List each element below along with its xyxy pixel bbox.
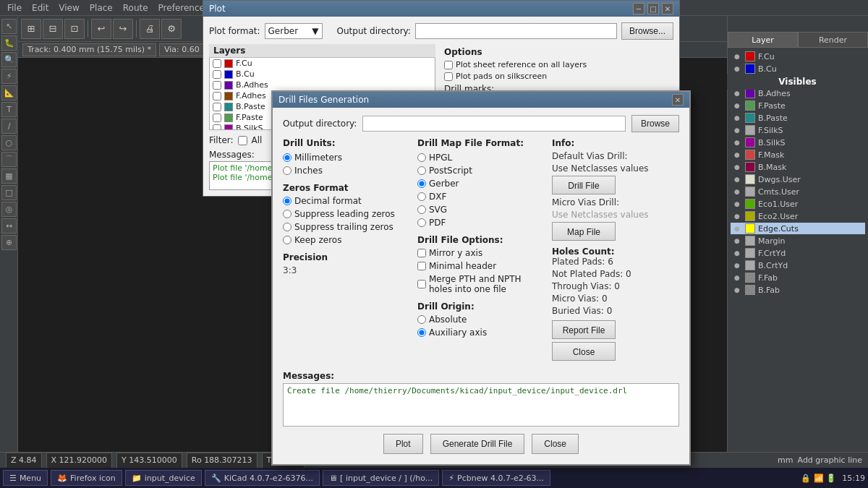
drill-unit-mm-radio[interactable] bbox=[283, 153, 292, 162]
toolbar-btn-3[interactable]: ⊡ bbox=[64, 19, 85, 39]
sidebar-route-icon[interactable]: 🐛 bbox=[1, 35, 17, 51]
layer-fadhes-check[interactable] bbox=[213, 92, 221, 100]
sidebar-net-icon[interactable]: ⚡ bbox=[1, 69, 17, 84]
generate-drill-file-button[interactable]: Generate Drill File bbox=[430, 434, 525, 454]
menu-file[interactable]: File bbox=[3, 1, 26, 14]
sidebar-inspect-icon[interactable]: 🔍 bbox=[1, 52, 17, 67]
drill-plot-button[interactable]: Plot bbox=[383, 434, 423, 454]
sidebar-cursor-icon[interactable]: ↖ bbox=[1, 19, 17, 34]
toolbar-undo[interactable]: ↩ bbox=[91, 19, 111, 39]
right-layer-ffab[interactable]: ● F.Fab bbox=[731, 272, 865, 283]
map-dxf-radio[interactable] bbox=[417, 192, 426, 201]
report-file-button[interactable]: Report File bbox=[552, 320, 616, 339]
drill-minimal-header-check[interactable] bbox=[417, 262, 426, 270]
minimize-button[interactable]: − bbox=[633, 3, 644, 14]
sidebar-line-icon[interactable]: / bbox=[1, 119, 17, 134]
map-gerber-radio[interactable] bbox=[417, 179, 426, 188]
toolbar-settings[interactable]: ⚙ bbox=[161, 19, 182, 39]
tab-render[interactable]: Render bbox=[798, 32, 868, 48]
right-layer-dwgs[interactable]: ● Dwgs.User bbox=[731, 174, 865, 185]
layer-fcu[interactable]: F.Cu bbox=[210, 58, 435, 69]
right-layer-bmask[interactable]: ● B.Mask bbox=[731, 161, 865, 173]
drill-dialog-close-button[interactable]: Close bbox=[552, 342, 616, 361]
taskbar-input-device[interactable]: 📁 input_device bbox=[125, 470, 202, 486]
zeros-suppress-trailing-radio[interactable] bbox=[283, 223, 292, 231]
map-pdf-radio[interactable] bbox=[417, 218, 426, 227]
map-file-button[interactable]: Map File bbox=[552, 222, 616, 241]
track-label[interactable]: Track: 0.400 mm (15.75 mils) * bbox=[22, 43, 156, 56]
map-svg-radio[interactable] bbox=[417, 205, 426, 214]
right-layer-edgecuts[interactable]: ● Edge.Cuts bbox=[731, 223, 865, 234]
layer-bsilks-check[interactable] bbox=[213, 124, 221, 131]
menu-edit[interactable]: Edit bbox=[27, 1, 53, 14]
right-layer-eco1[interactable]: ● Eco1.User bbox=[731, 198, 865, 210]
layer-fpaste-check[interactable] bbox=[213, 114, 221, 122]
right-layer-cmts[interactable]: ● Cmts.User bbox=[731, 186, 865, 197]
taskbar-pcbnew[interactable]: ⚡ Pcbnew 4.0.7-e2-63... bbox=[442, 470, 550, 486]
filter-all-check[interactable] bbox=[238, 136, 247, 145]
menu-place[interactable]: Place bbox=[85, 1, 117, 14]
right-layer-bcrtyd[interactable]: ● B.CrtYd bbox=[731, 260, 865, 271]
toolbar-btn-2[interactable]: ⊟ bbox=[43, 19, 63, 39]
menu-route[interactable]: Route bbox=[119, 1, 153, 14]
tab-layer[interactable]: Layer bbox=[728, 32, 798, 48]
output-dir-input[interactable] bbox=[415, 23, 617, 39]
right-layer-fcrtyd[interactable]: ● F.CrtYd bbox=[731, 247, 865, 259]
sidebar-zone-icon[interactable]: □ bbox=[1, 185, 17, 200]
taskbar-firefox[interactable]: 🦊 Firefox icon bbox=[51, 470, 122, 486]
sidebar-via-icon[interactable]: ◎ bbox=[1, 202, 17, 217]
format-select[interactable]: Gerber ▼ bbox=[265, 23, 323, 39]
drill-browse-button[interactable]: Browse bbox=[631, 115, 679, 132]
map-hpgl-radio[interactable] bbox=[417, 153, 426, 162]
zeros-suppress-leading-radio[interactable] bbox=[283, 210, 292, 218]
drill-unit-inch-radio[interactable] bbox=[283, 166, 292, 175]
taskbar-kicad[interactable]: 🔧 KiCad 4.0.7-e2-6376... bbox=[205, 470, 320, 486]
sidebar-arc-icon[interactable]: ⌒ bbox=[1, 152, 17, 167]
menu-view[interactable]: View bbox=[54, 1, 83, 14]
right-layer-eco2[interactable]: ● Eco2.User bbox=[731, 210, 865, 222]
layer-badhes-check[interactable] bbox=[213, 81, 221, 90]
sidebar-rule-icon[interactable]: 📐 bbox=[1, 85, 17, 100]
drill-merge-pth-check[interactable] bbox=[417, 280, 426, 288]
right-layer-bpaste[interactable]: ● B.Paste bbox=[731, 112, 865, 124]
close-button[interactable]: ✕ bbox=[662, 3, 673, 14]
sidebar-dimension-icon[interactable]: ↔ bbox=[1, 218, 17, 234]
zeros-decimal-radio[interactable] bbox=[283, 197, 292, 205]
right-layer-margin[interactable]: ● Margin bbox=[731, 235, 865, 247]
origin-auxiliary-radio[interactable] bbox=[417, 328, 426, 337]
right-layer-fmask[interactable]: ● F.Mask bbox=[731, 149, 865, 160]
layer-bcu[interactable]: B.Cu bbox=[210, 69, 435, 80]
toolbar-print[interactable]: 🖨 bbox=[140, 19, 160, 39]
right-layer-bcu[interactable]: ● B.Cu bbox=[731, 63, 865, 74]
taskbar-terminal[interactable]: 🖥 [ input_device / ] (/ho... bbox=[323, 470, 439, 486]
right-layer-fsilks[interactable]: ● F.SilkS bbox=[731, 124, 865, 136]
layer-badhes[interactable]: B.Adhes bbox=[210, 80, 435, 90]
drill-close-button[interactable]: Close bbox=[532, 434, 579, 454]
sidebar-circle-icon[interactable]: ○ bbox=[1, 135, 17, 150]
toolbar-redo[interactable]: ↪ bbox=[113, 19, 133, 39]
toolbar-btn-1[interactable]: ⊞ bbox=[21, 19, 41, 39]
drill-close-icon[interactable]: ✕ bbox=[672, 94, 684, 106]
browse-button[interactable]: Browse... bbox=[621, 22, 673, 40]
origin-absolute-radio[interactable] bbox=[417, 315, 426, 324]
sidebar-origin-icon[interactable]: ⊕ bbox=[1, 235, 17, 250]
right-layer-fpaste[interactable]: ● F.Paste bbox=[731, 100, 865, 111]
sidebar-fill-icon[interactable]: ▦ bbox=[1, 168, 17, 184]
taskbar-menu[interactable]: ☰ Menu bbox=[3, 470, 48, 486]
layer-fcu-check[interactable] bbox=[213, 59, 221, 68]
right-layer-fcu[interactable]: ● F.Cu bbox=[731, 51, 865, 62]
sidebar-text-icon[interactable]: T bbox=[1, 102, 17, 117]
option-plot-sheet-check[interactable] bbox=[444, 61, 453, 69]
drill-file-button[interactable]: Drill File bbox=[552, 176, 616, 194]
maximize-button[interactable]: □ bbox=[647, 3, 659, 14]
layer-bcu-check[interactable] bbox=[213, 70, 221, 79]
layer-fadhes-color bbox=[224, 92, 233, 100]
drill-output-dir-input[interactable] bbox=[362, 116, 626, 132]
right-layer-bfab[interactable]: ● B.Fab bbox=[731, 284, 865, 296]
right-layer-bsilks[interactable]: ● B.SilkS bbox=[731, 137, 865, 148]
zeros-keep-radio[interactable] bbox=[283, 236, 292, 244]
layer-bpaste-check[interactable] bbox=[213, 103, 221, 111]
map-postscript-radio[interactable] bbox=[417, 166, 426, 175]
option-plot-pads-check[interactable] bbox=[444, 72, 453, 81]
drill-mirror-y-check[interactable] bbox=[417, 249, 426, 257]
